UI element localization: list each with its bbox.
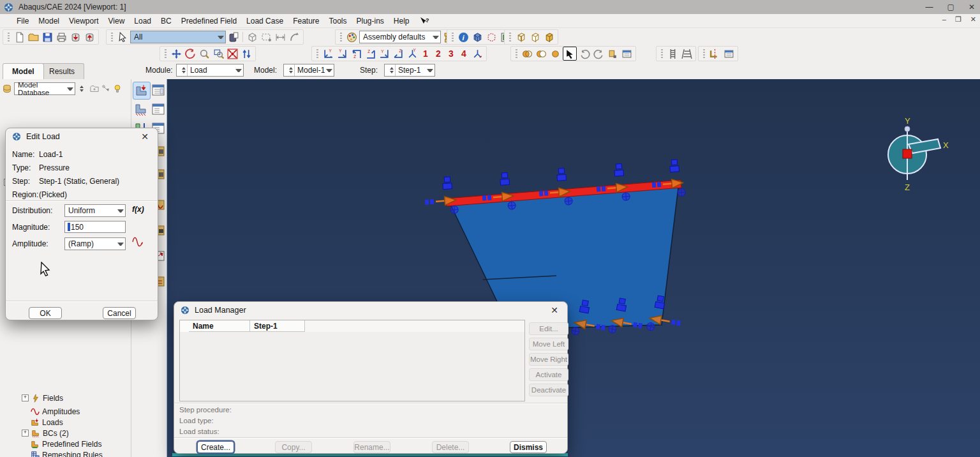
- ok-button[interactable]: OK: [29, 307, 62, 319]
- menu-bc[interactable]: BC: [161, 17, 172, 26]
- tab-model[interactable]: Model: [3, 63, 44, 79]
- wireframe-render-icon[interactable]: [514, 31, 527, 43]
- tree-item-bcs[interactable]: + BCs (2): [22, 428, 69, 438]
- spinner-icon[interactable]: [287, 64, 295, 76]
- tree-item-loads[interactable]: Loads: [31, 417, 63, 428]
- select-cursor-icon[interactable]: [116, 31, 129, 43]
- cancel-button[interactable]: Cancel: [103, 307, 136, 319]
- selection-scope-combo[interactable]: All: [130, 31, 226, 43]
- print-icon[interactable]: [55, 31, 68, 43]
- custom-views-icon[interactable]: [471, 47, 484, 60]
- view-left-icon[interactable]: Y: [378, 47, 390, 60]
- child-minimize-icon[interactable]: –: [942, 15, 946, 24]
- import-model-icon[interactable]: [69, 31, 82, 43]
- cycle-views-icon[interactable]: [240, 47, 253, 60]
- measure-angle-icon[interactable]: [288, 31, 301, 43]
- menu-load[interactable]: Load: [134, 17, 151, 26]
- color-palette-icon[interactable]: [345, 31, 358, 43]
- view-preset-4[interactable]: 4: [458, 49, 470, 59]
- link-icon[interactable]: [101, 84, 110, 93]
- pan-view-icon[interactable]: [170, 47, 182, 60]
- lightbulb-icon[interactable]: [113, 84, 122, 93]
- edit-load-button[interactable]: Edit...: [529, 322, 568, 335]
- menu-file[interactable]: File: [17, 17, 29, 26]
- close-icon[interactable]: ✕: [969, 3, 975, 11]
- redo-icon[interactable]: [592, 47, 605, 60]
- menu-predefined-field[interactable]: Predefined Field: [181, 17, 237, 26]
- model-combo[interactable]: Model-1: [283, 64, 334, 77]
- view-preset-1[interactable]: 1: [420, 49, 431, 59]
- info-icon[interactable]: i: [457, 31, 470, 43]
- tree-item-predefined-fields[interactable]: Predefined Fields: [31, 438, 101, 449]
- move-left-button[interactable]: Move Left: [529, 338, 568, 350]
- options-manager-icon[interactable]: [722, 47, 735, 60]
- measure-distance-icon[interactable]: [274, 31, 286, 43]
- magnify-view-icon[interactable]: [198, 47, 211, 60]
- select-tool-active-icon[interactable]: [563, 47, 577, 61]
- set-manager-icon[interactable]: [620, 47, 633, 60]
- database-selector-combo[interactable]: Model Database: [14, 82, 75, 95]
- view-front-icon[interactable]: Y: [322, 47, 334, 60]
- menu-help[interactable]: Help: [394, 17, 410, 26]
- open-file-icon[interactable]: [27, 31, 40, 43]
- distribution-combo[interactable]: Uniform: [64, 204, 126, 217]
- menu-feature[interactable]: Feature: [293, 17, 319, 26]
- close-icon[interactable]: ✕: [548, 305, 561, 315]
- tree-item-remeshing-rules[interactable]: Remeshing Rules: [31, 449, 103, 457]
- activate-button[interactable]: Activate: [529, 368, 568, 381]
- menu-model[interactable]: Model: [38, 17, 59, 26]
- amplitude-combo[interactable]: (Ramp): [64, 237, 126, 250]
- display-group-add-icon[interactable]: [535, 47, 547, 60]
- spinner-icon[interactable]: [388, 64, 396, 76]
- copy-button[interactable]: Copy...: [275, 441, 312, 453]
- bc-manager-tool[interactable]: [150, 101, 167, 117]
- edit-load-dialog[interactable]: Edit Load ✕ Name: Load-1 Type: Pressure …: [5, 128, 158, 320]
- close-icon[interactable]: ✕: [138, 131, 151, 142]
- expand-icon[interactable]: +: [22, 430, 29, 437]
- deactivate-button[interactable]: Deactivate: [529, 384, 568, 396]
- rename-button[interactable]: Rename...: [353, 441, 390, 453]
- export-model-icon[interactable]: [83, 31, 96, 43]
- edit-load-titlebar[interactable]: Edit Load ✕: [6, 128, 158, 145]
- dismiss-button[interactable]: Dismiss: [510, 441, 547, 453]
- tree-item-fields[interactable]: + Fields: [22, 393, 63, 403]
- view-cut-icon[interactable]: [246, 31, 258, 43]
- load-manager-titlebar[interactable]: Load Manager ✕: [174, 302, 567, 318]
- menu-plugins[interactable]: Plug-ins: [357, 17, 384, 26]
- expand-icon[interactable]: +: [22, 394, 29, 401]
- child-close-icon[interactable]: ✕: [970, 15, 976, 24]
- spinner-icon[interactable]: [180, 64, 188, 76]
- load-table[interactable]: Name Step-1: [179, 320, 525, 401]
- display-group-icon[interactable]: [227, 31, 240, 43]
- fit-view-icon[interactable]: [226, 47, 239, 60]
- context-help-icon[interactable]: ?: [419, 17, 429, 26]
- menu-load-case[interactable]: Load Case: [246, 17, 283, 26]
- expand-folder-icon[interactable]: [90, 84, 99, 93]
- column-header-name[interactable]: Name: [189, 320, 250, 332]
- create-load-tool[interactable]: [133, 82, 151, 100]
- undo-icon[interactable]: [578, 47, 591, 60]
- mesh-display-icon[interactable]: [471, 31, 484, 43]
- module-combo[interactable]: Load: [176, 64, 244, 77]
- hiddenline-render-icon[interactable]: [528, 31, 541, 43]
- vertical-ladder-icon[interactable]: [666, 47, 679, 60]
- view-right-icon[interactable]: Z: [392, 47, 405, 60]
- create-set-icon[interactable]: [606, 47, 619, 60]
- view-iso-icon[interactable]: Y: [406, 47, 419, 60]
- fx-button[interactable]: f(x): [132, 205, 144, 214]
- slanted-ladder-icon[interactable]: [680, 47, 693, 60]
- view-preset-2[interactable]: 2: [433, 49, 444, 59]
- rotate-view-icon[interactable]: [184, 47, 197, 60]
- save-icon[interactable]: [41, 31, 54, 43]
- view-preset-3[interactable]: 3: [445, 49, 457, 59]
- box-zoom-icon[interactable]: [212, 47, 225, 60]
- constraint-display-icon[interactable]: [485, 31, 498, 43]
- shaded-render-icon[interactable]: [542, 31, 555, 43]
- view-back-icon[interactable]: Y: [336, 47, 348, 60]
- display-group-remove-icon[interactable]: [549, 47, 561, 60]
- display-group-replace-icon[interactable]: [521, 47, 533, 60]
- minimize-icon[interactable]: —: [926, 3, 933, 11]
- boundary-display-icon[interactable]: [708, 47, 721, 60]
- amplitude-curve-icon[interactable]: [132, 236, 144, 247]
- new-file-icon[interactable]: [13, 31, 26, 43]
